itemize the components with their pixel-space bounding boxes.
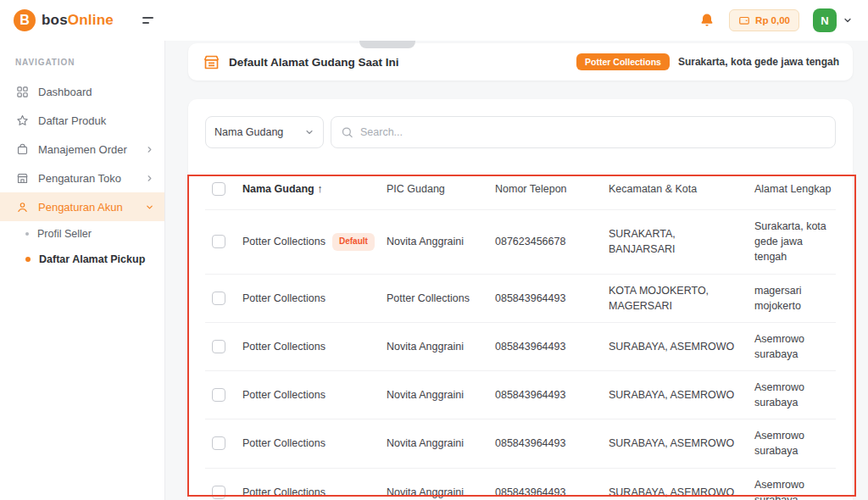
warehouse-name: Potter Collections: [236, 419, 380, 468]
column-header-nama-gudang[interactable]: Nama Gudang ↑: [236, 169, 380, 210]
table-row: Potter Collections Potter Collections 08…: [205, 274, 836, 322]
sidebar-item-pengaturan-akun[interactable]: Pengaturan Akun: [0, 192, 164, 221]
table-row: Potter CollectionsDefault Novita Anggrai…: [205, 210, 836, 274]
full-address: Asemrowo surabaya: [748, 468, 836, 500]
sidebar-item-label: Pengaturan Toko: [38, 172, 121, 185]
phone-number: 085843964493: [488, 274, 602, 322]
pic-name: Novita Anggraini: [380, 419, 488, 468]
warehouse-list-card: Nama Gudang Nama Gudang ↑ PIC G: [188, 99, 853, 500]
warehouse-name: Potter Collections: [242, 236, 326, 247]
sidebar-toggle-icon[interactable]: [142, 17, 153, 24]
table-row: Potter Collections Novita Anggraini 0858…: [205, 468, 836, 500]
sidebar-item-manajemen-order[interactable]: Manajemen Order: [0, 135, 164, 164]
phone-number: 087623456678: [488, 210, 602, 274]
column-header-kecamatan-kota: Kecamatan & Kota: [602, 169, 748, 210]
warehouse-name: Potter Collections: [236, 468, 380, 500]
partially-visible-button[interactable]: [359, 41, 415, 48]
sidebar-item-dashboard[interactable]: Dashboard: [0, 77, 164, 106]
row-checkbox[interactable]: [212, 340, 225, 353]
warehouse-address: Surakarta, kota gede jawa tengah: [678, 56, 839, 68]
sidebar-item-label: Pengaturan Akun: [38, 201, 123, 214]
sidebar-subitem-profil-seller[interactable]: Profil Seller: [0, 221, 164, 247]
sort-asc-icon: ↑: [317, 183, 322, 195]
table-row: Potter Collections Novita Anggraini 0858…: [205, 419, 836, 468]
default-warehouse-title: Default Alamat Gudang Saat Ini: [229, 56, 399, 69]
row-checkbox[interactable]: [212, 292, 225, 305]
sidebar-item-label: Daftar Produk: [38, 114, 106, 127]
pic-name: Novita Anggraini: [380, 322, 488, 370]
sidebar-item-label: Dashboard: [38, 86, 92, 98]
sidebar-item-daftar-produk[interactable]: Daftar Produk: [0, 106, 164, 135]
default-warehouse-card: Default Alamat Gudang Saat Ini Potter Co…: [188, 43, 853, 81]
pic-name: Novita Anggraini: [380, 210, 488, 274]
column-header-pic-gudang: PIC Gudang: [380, 169, 488, 210]
logo-text: bosOnline: [42, 12, 114, 29]
full-address: Surakarta, kota gede jawa tengah: [748, 210, 836, 274]
chevron-right-icon: [145, 174, 154, 183]
warehouse-name: Potter Collections: [236, 322, 380, 370]
warehouse-name-badge: Potter Collections: [576, 53, 670, 70]
products-icon: [15, 114, 29, 127]
column-header-alamat-lengkap: Alamat Lengkap: [748, 169, 836, 210]
app-logo[interactable]: B bosOnline: [14, 9, 114, 31]
avatar: N: [813, 8, 837, 32]
wallet-icon: [738, 14, 750, 26]
district-city: SURABAYA, ASEMROWO: [602, 419, 748, 468]
default-badge: Default: [332, 233, 375, 251]
row-checkbox[interactable]: [212, 388, 225, 402]
phone-number: 085843964493: [488, 419, 602, 468]
chevron-right-icon: [145, 145, 154, 154]
warehouse-table: Nama Gudang ↑ PIC Gudang Nomor Telepon K…: [205, 169, 836, 500]
full-address: Asemrowo surabaya: [748, 371, 836, 419]
district-city: SURAKARTA, BANJARSARI: [602, 210, 748, 274]
sidebar-subitem-label: Daftar Alamat Pickup: [39, 253, 145, 265]
column-header-nomor-telepon: Nomor Telepon: [488, 169, 602, 210]
sidebar-subitem-daftar-alamat-pickup[interactable]: Daftar Alamat Pickup: [0, 247, 164, 272]
table-row: Potter Collections Novita Anggraini 0858…: [205, 322, 836, 370]
row-checkbox[interactable]: [212, 436, 225, 450]
select-all-checkbox[interactable]: [212, 182, 225, 196]
dropdown-value: Nama Gudang: [214, 126, 283, 138]
logo-icon: B: [14, 9, 36, 31]
table-row: Potter Collections Novita Anggraini 0858…: [205, 371, 836, 419]
district-city: KOTA MOJOKERTO, MAGERSARI: [602, 274, 748, 322]
wallet-balance-badge[interactable]: Rp 0,00: [729, 9, 799, 31]
warehouse-name: Potter Collections: [236, 371, 380, 419]
row-checkbox[interactable]: [212, 235, 225, 248]
main-content: Default Alamat Gudang Saat Ini Potter Co…: [166, 41, 868, 500]
pic-name: Potter Collections: [380, 274, 488, 322]
sidebar: NAVIGATION Dashboard Daftar Produk Manaj…: [0, 41, 165, 500]
warehouse-icon: [202, 53, 220, 71]
chevron-down-icon: [843, 15, 853, 25]
full-address: Asemrowo surabaya: [748, 419, 836, 468]
account-icon: [15, 200, 29, 214]
phone-number: 085843964493: [488, 468, 602, 500]
chevron-down-icon: [145, 203, 154, 212]
dashboard-icon: [15, 85, 29, 98]
search-input[interactable]: [331, 116, 836, 148]
bullet-icon: [25, 257, 31, 262]
bullet-icon: [25, 232, 29, 236]
wallet-amount: Rp 0,00: [755, 15, 790, 25]
district-city: SURABAYA, ASEMROWO: [602, 322, 748, 370]
sidebar-item-label: Manajemen Order: [38, 143, 127, 156]
account-menu[interactable]: N: [813, 8, 853, 32]
sidebar-item-pengaturan-toko[interactable]: Pengaturan Toko: [0, 164, 164, 192]
pic-name: Novita Anggraini: [380, 468, 488, 500]
notification-bell-icon[interactable]: [698, 12, 715, 29]
sidebar-subitem-label: Profil Seller: [37, 228, 92, 240]
full-address: Asemrowo surabaya: [748, 322, 836, 370]
row-checkbox[interactable]: [212, 486, 225, 499]
pic-name: Novita Anggraini: [380, 371, 488, 419]
district-city: SURABAYA, ASEMROWO: [602, 371, 748, 419]
orders-icon: [15, 142, 29, 156]
store-icon: [15, 171, 29, 185]
chevron-down-icon: [304, 127, 314, 137]
search-icon: [341, 126, 353, 139]
phone-number: 085843964493: [488, 371, 602, 419]
phone-number: 085843964493: [488, 322, 602, 370]
top-header: B bosOnline Rp 0,00 N: [0, 0, 868, 41]
sidebar-section-label: NAVIGATION: [15, 58, 164, 67]
full-address: magersari mojokerto: [748, 274, 836, 322]
warehouse-filter-dropdown[interactable]: Nama Gudang: [205, 116, 324, 148]
